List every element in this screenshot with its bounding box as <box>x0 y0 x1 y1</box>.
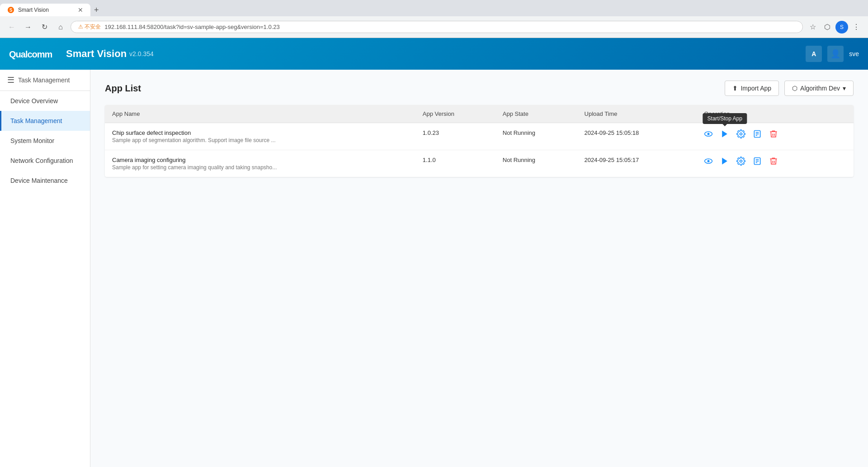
user-icon: 👤 <box>830 49 840 59</box>
table-body: Chip surface defect inspection Sample ap… <box>105 123 854 177</box>
svg-marker-5 <box>722 131 727 138</box>
settings-button-2[interactable] <box>736 157 745 166</box>
svg-marker-13 <box>722 158 727 165</box>
nav-right-buttons: ☆ ⬡ S ⋮ <box>807 21 863 33</box>
sidebar-label-task-management: Task Management <box>10 117 62 124</box>
app-desc-1: Sample app of segmentation algorithm. Su… <box>112 137 408 143</box>
tab-title: Smart Vision <box>18 7 49 13</box>
play-button-2[interactable] <box>720 157 729 166</box>
import-app-button[interactable]: ⬆ Import App <box>725 81 779 96</box>
sidebar-label-device-overview: Device Overview <box>10 97 58 105</box>
delete-button-1[interactable] <box>769 129 778 138</box>
home-button[interactable]: ⌂ <box>54 21 67 33</box>
app-desc-2: Sample app for setting camera imaging qu… <box>112 164 408 171</box>
app-title: Smart Vision <box>66 48 127 60</box>
sidebar-label-device-maintenance: Device Maintenance <box>10 177 68 184</box>
sidebar: ☰ Task Management Device Overview Task M… <box>0 70 90 467</box>
action-icons-1: Start/Stop App <box>704 129 846 138</box>
table-row: Camera imaging configuring Sample app fo… <box>105 150 854 177</box>
app-name-cell-1: Chip surface defect inspection Sample ap… <box>105 123 415 150</box>
header-actions: ⬆ Import App ⬡ Algorithm Dev ▾ <box>725 81 854 96</box>
import-label: Import App <box>741 85 771 92</box>
sidebar-item-device-maintenance[interactable]: Device Maintenance <box>0 171 90 191</box>
sidebar-label-network-configuration: Network Configuration <box>10 157 73 164</box>
hamburger-icon: ☰ <box>7 75 14 85</box>
new-tab-button[interactable]: + <box>90 4 103 17</box>
tab-bar: S Smart Vision ✕ + <box>0 0 868 16</box>
page-title: App List <box>105 83 141 94</box>
upload-time-cell-1: 2024-09-25 15:05:18 <box>577 123 697 150</box>
svg-text:S: S <box>9 8 13 13</box>
app-wrapper: Qualcomm Smart Vision v2.0.354 A 👤 sve ☰… <box>0 38 868 467</box>
app-name-1: Chip surface defect inspection <box>112 129 408 136</box>
tab-favicon: S <box>7 6 14 14</box>
col-app-state: App State <box>495 105 577 123</box>
algo-icon: ⬡ <box>792 85 797 92</box>
sidebar-item-task-management[interactable]: Task Management <box>0 111 90 131</box>
app-version: v2.0.354 <box>129 50 154 57</box>
user-icon-button[interactable]: 👤 <box>827 46 844 62</box>
bookmark-button[interactable]: ☆ <box>807 21 819 33</box>
svg-point-6 <box>740 133 742 135</box>
app-name-cell-2: Camera imaging configuring Sample app fo… <box>105 150 415 177</box>
app-table: App Name App Version App State Upload Ti… <box>105 105 854 177</box>
header-logo: Qualcomm <box>9 48 59 60</box>
app-version-cell-1: 1.0.23 <box>415 123 495 150</box>
user-label: sve <box>849 50 859 57</box>
header-right-actions: A 👤 sve <box>806 46 859 62</box>
action-cell-2 <box>697 150 854 177</box>
svg-point-14 <box>740 160 742 162</box>
svg-text:Qualcomm: Qualcomm <box>9 49 52 59</box>
action-cell-1: Start/Stop App <box>697 123 854 150</box>
app-name-2: Camera imaging configuring <box>112 157 408 163</box>
sidebar-item-system-monitor[interactable]: System Monitor <box>0 131 90 151</box>
extensions-button[interactable]: ⬡ <box>821 21 834 33</box>
col-app-name: App Name <box>105 105 415 123</box>
forward-button[interactable]: → <box>22 21 34 33</box>
play-button-container-1: Start/Stop App <box>720 129 729 138</box>
sidebar-item-device-overview[interactable]: Device Overview <box>0 91 90 111</box>
sidebar-header-label: Task Management <box>18 76 70 84</box>
qualcomm-logo-svg: Qualcomm <box>9 48 59 60</box>
delete-button-2[interactable] <box>769 157 778 166</box>
log-button-1[interactable] <box>753 129 762 138</box>
security-warning-icon: ⚠ 不安全 <box>78 23 101 31</box>
log-button-2[interactable] <box>753 157 762 166</box>
tab-close-button[interactable]: ✕ <box>78 6 83 14</box>
col-app-version: App Version <box>415 105 495 123</box>
action-icons-2 <box>704 157 846 166</box>
settings-button-1[interactable] <box>736 129 745 138</box>
play-button-1[interactable] <box>720 129 729 138</box>
col-upload-time: Upload Time <box>577 105 697 123</box>
view-button-1[interactable] <box>704 129 713 138</box>
translate-icon: A <box>811 50 816 57</box>
chevron-down-icon: ▾ <box>843 85 846 92</box>
address-bar[interactable]: ⚠ 不安全 192.168.111.84:58200/task?id=sv-sa… <box>71 21 803 33</box>
app-state-cell-2: Not Running <box>495 150 577 177</box>
menu-button[interactable]: ⋮ <box>850 21 863 33</box>
algorithm-dev-button[interactable]: ⬡ Algorithm Dev ▾ <box>784 81 854 96</box>
active-tab[interactable]: S Smart Vision ✕ <box>0 4 90 16</box>
translate-button[interactable]: A <box>806 46 822 62</box>
profile-button[interactable]: S <box>835 21 848 33</box>
sidebar-label-system-monitor: System Monitor <box>10 137 54 144</box>
url-text: 192.168.111.84:58200/task?id=sv-sample-a… <box>104 24 279 30</box>
page-header: App List ⬆ Import App ⬡ Algorithm Dev ▾ <box>105 81 854 96</box>
start-stop-tooltip-1: Start/Stop App <box>703 113 747 124</box>
back-button[interactable]: ← <box>5 21 18 33</box>
algo-label: Algorithm Dev <box>800 85 840 92</box>
content-area: ☰ Task Management Device Overview Task M… <box>0 70 868 467</box>
table-row: Chip surface defect inspection Sample ap… <box>105 123 854 150</box>
app-header: Qualcomm Smart Vision v2.0.354 A 👤 sve <box>0 38 868 70</box>
svg-point-12 <box>708 160 710 162</box>
main-content: App List ⬆ Import App ⬡ Algorithm Dev ▾ <box>90 70 868 467</box>
app-version-cell-2: 1.1.0 <box>415 150 495 177</box>
app-state-cell-1: Not Running <box>495 123 577 150</box>
sidebar-header[interactable]: ☰ Task Management <box>0 70 90 91</box>
upload-time-cell-2: 2024-09-25 15:05:17 <box>577 150 697 177</box>
reload-button[interactable]: ↻ <box>38 21 51 33</box>
sidebar-item-network-configuration[interactable]: Network Configuration <box>0 151 90 171</box>
svg-point-4 <box>708 133 710 135</box>
view-button-2[interactable] <box>704 157 713 166</box>
browser-nav-bar: ← → ↻ ⌂ ⚠ 不安全 192.168.111.84:58200/task?… <box>0 16 868 38</box>
